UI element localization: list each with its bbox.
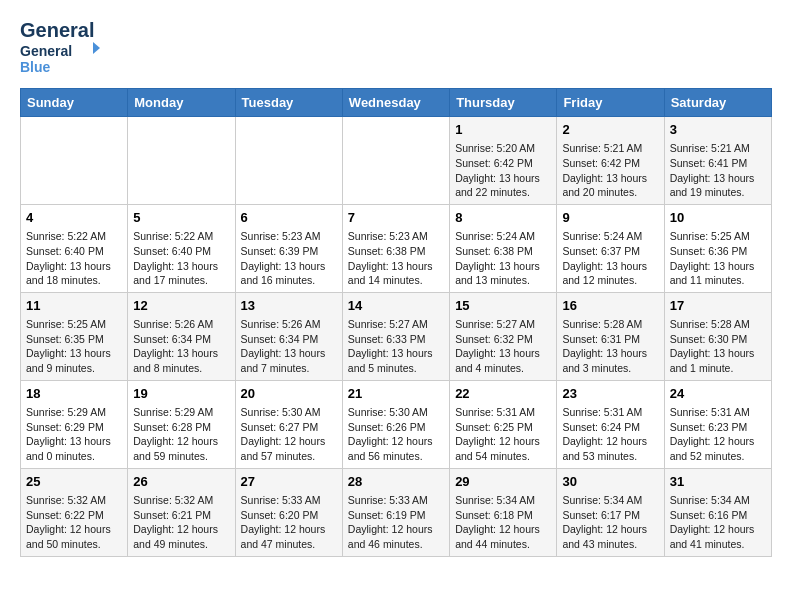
day-info: Sunrise: 5:24 AM Sunset: 6:38 PM Dayligh…	[455, 229, 551, 288]
calendar-cell: 2Sunrise: 5:21 AM Sunset: 6:42 PM Daylig…	[557, 117, 664, 205]
calendar-cell: 1Sunrise: 5:20 AM Sunset: 6:42 PM Daylig…	[450, 117, 557, 205]
day-info: Sunrise: 5:34 AM Sunset: 6:18 PM Dayligh…	[455, 493, 551, 552]
day-number: 27	[241, 473, 337, 491]
calendar-cell: 12Sunrise: 5:26 AM Sunset: 6:34 PM Dayli…	[128, 292, 235, 380]
day-number: 7	[348, 209, 444, 227]
calendar-week-5: 25Sunrise: 5:32 AM Sunset: 6:22 PM Dayli…	[21, 468, 772, 556]
calendar-cell	[21, 117, 128, 205]
day-number: 13	[241, 297, 337, 315]
calendar-cell: 9Sunrise: 5:24 AM Sunset: 6:37 PM Daylig…	[557, 204, 664, 292]
calendar-cell	[128, 117, 235, 205]
day-info: Sunrise: 5:30 AM Sunset: 6:26 PM Dayligh…	[348, 405, 444, 464]
calendar-cell: 21Sunrise: 5:30 AM Sunset: 6:26 PM Dayli…	[342, 380, 449, 468]
day-number: 20	[241, 385, 337, 403]
weekday-header-thursday: Thursday	[450, 89, 557, 117]
day-info: Sunrise: 5:33 AM Sunset: 6:19 PM Dayligh…	[348, 493, 444, 552]
day-info: Sunrise: 5:29 AM Sunset: 6:29 PM Dayligh…	[26, 405, 122, 464]
day-info: Sunrise: 5:25 AM Sunset: 6:36 PM Dayligh…	[670, 229, 766, 288]
day-info: Sunrise: 5:25 AM Sunset: 6:35 PM Dayligh…	[26, 317, 122, 376]
day-info: Sunrise: 5:30 AM Sunset: 6:27 PM Dayligh…	[241, 405, 337, 464]
day-number: 10	[670, 209, 766, 227]
day-info: Sunrise: 5:29 AM Sunset: 6:28 PM Dayligh…	[133, 405, 229, 464]
calendar-cell: 6Sunrise: 5:23 AM Sunset: 6:39 PM Daylig…	[235, 204, 342, 292]
logo-svg: General Blue	[20, 40, 100, 78]
calendar-week-3: 11Sunrise: 5:25 AM Sunset: 6:35 PM Dayli…	[21, 292, 772, 380]
day-info: Sunrise: 5:31 AM Sunset: 6:25 PM Dayligh…	[455, 405, 551, 464]
day-info: Sunrise: 5:33 AM Sunset: 6:20 PM Dayligh…	[241, 493, 337, 552]
day-number: 12	[133, 297, 229, 315]
page-header: General General Blue	[20, 20, 772, 78]
weekday-header-monday: Monday	[128, 89, 235, 117]
day-info: Sunrise: 5:26 AM Sunset: 6:34 PM Dayligh…	[241, 317, 337, 376]
day-number: 15	[455, 297, 551, 315]
calendar-cell: 5Sunrise: 5:22 AM Sunset: 6:40 PM Daylig…	[128, 204, 235, 292]
calendar-cell: 14Sunrise: 5:27 AM Sunset: 6:33 PM Dayli…	[342, 292, 449, 380]
day-info: Sunrise: 5:31 AM Sunset: 6:24 PM Dayligh…	[562, 405, 658, 464]
day-number: 26	[133, 473, 229, 491]
calendar-cell: 30Sunrise: 5:34 AM Sunset: 6:17 PM Dayli…	[557, 468, 664, 556]
weekday-header-friday: Friday	[557, 89, 664, 117]
day-number: 18	[26, 385, 122, 403]
day-info: Sunrise: 5:23 AM Sunset: 6:39 PM Dayligh…	[241, 229, 337, 288]
calendar-cell: 19Sunrise: 5:29 AM Sunset: 6:28 PM Dayli…	[128, 380, 235, 468]
day-number: 16	[562, 297, 658, 315]
calendar-cell	[235, 117, 342, 205]
calendar-week-1: 1Sunrise: 5:20 AM Sunset: 6:42 PM Daylig…	[21, 117, 772, 205]
day-info: Sunrise: 5:20 AM Sunset: 6:42 PM Dayligh…	[455, 141, 551, 200]
calendar-cell: 18Sunrise: 5:29 AM Sunset: 6:29 PM Dayli…	[21, 380, 128, 468]
day-number: 14	[348, 297, 444, 315]
day-number: 8	[455, 209, 551, 227]
calendar-cell: 17Sunrise: 5:28 AM Sunset: 6:30 PM Dayli…	[664, 292, 771, 380]
calendar-cell: 4Sunrise: 5:22 AM Sunset: 6:40 PM Daylig…	[21, 204, 128, 292]
day-info: Sunrise: 5:22 AM Sunset: 6:40 PM Dayligh…	[26, 229, 122, 288]
day-number: 29	[455, 473, 551, 491]
day-info: Sunrise: 5:21 AM Sunset: 6:42 PM Dayligh…	[562, 141, 658, 200]
weekday-header-sunday: Sunday	[21, 89, 128, 117]
day-number: 23	[562, 385, 658, 403]
day-number: 31	[670, 473, 766, 491]
weekday-header-row: SundayMondayTuesdayWednesdayThursdayFrid…	[21, 89, 772, 117]
day-info: Sunrise: 5:28 AM Sunset: 6:30 PM Dayligh…	[670, 317, 766, 376]
calendar-cell: 15Sunrise: 5:27 AM Sunset: 6:32 PM Dayli…	[450, 292, 557, 380]
day-number: 6	[241, 209, 337, 227]
day-info: Sunrise: 5:22 AM Sunset: 6:40 PM Dayligh…	[133, 229, 229, 288]
calendar-cell: 26Sunrise: 5:32 AM Sunset: 6:21 PM Dayli…	[128, 468, 235, 556]
calendar-cell: 11Sunrise: 5:25 AM Sunset: 6:35 PM Dayli…	[21, 292, 128, 380]
day-info: Sunrise: 5:34 AM Sunset: 6:17 PM Dayligh…	[562, 493, 658, 552]
day-number: 1	[455, 121, 551, 139]
calendar-table: SundayMondayTuesdayWednesdayThursdayFrid…	[20, 88, 772, 557]
calendar-cell: 3Sunrise: 5:21 AM Sunset: 6:41 PM Daylig…	[664, 117, 771, 205]
day-number: 24	[670, 385, 766, 403]
day-number: 4	[26, 209, 122, 227]
day-info: Sunrise: 5:31 AM Sunset: 6:23 PM Dayligh…	[670, 405, 766, 464]
calendar-cell: 22Sunrise: 5:31 AM Sunset: 6:25 PM Dayli…	[450, 380, 557, 468]
day-number: 3	[670, 121, 766, 139]
day-info: Sunrise: 5:27 AM Sunset: 6:32 PM Dayligh…	[455, 317, 551, 376]
day-number: 11	[26, 297, 122, 315]
calendar-cell: 31Sunrise: 5:34 AM Sunset: 6:16 PM Dayli…	[664, 468, 771, 556]
day-info: Sunrise: 5:23 AM Sunset: 6:38 PM Dayligh…	[348, 229, 444, 288]
calendar-cell: 23Sunrise: 5:31 AM Sunset: 6:24 PM Dayli…	[557, 380, 664, 468]
calendar-cell: 16Sunrise: 5:28 AM Sunset: 6:31 PM Dayli…	[557, 292, 664, 380]
calendar-cell: 10Sunrise: 5:25 AM Sunset: 6:36 PM Dayli…	[664, 204, 771, 292]
svg-text:Blue: Blue	[20, 59, 51, 75]
calendar-cell: 29Sunrise: 5:34 AM Sunset: 6:18 PM Dayli…	[450, 468, 557, 556]
calendar-cell: 8Sunrise: 5:24 AM Sunset: 6:38 PM Daylig…	[450, 204, 557, 292]
day-info: Sunrise: 5:32 AM Sunset: 6:21 PM Dayligh…	[133, 493, 229, 552]
logo: General General Blue	[20, 20, 100, 78]
day-info: Sunrise: 5:34 AM Sunset: 6:16 PM Dayligh…	[670, 493, 766, 552]
svg-marker-2	[93, 42, 100, 54]
calendar-week-2: 4Sunrise: 5:22 AM Sunset: 6:40 PM Daylig…	[21, 204, 772, 292]
svg-text:General: General	[20, 43, 72, 59]
day-info: Sunrise: 5:26 AM Sunset: 6:34 PM Dayligh…	[133, 317, 229, 376]
calendar-cell: 20Sunrise: 5:30 AM Sunset: 6:27 PM Dayli…	[235, 380, 342, 468]
calendar-cell: 25Sunrise: 5:32 AM Sunset: 6:22 PM Dayli…	[21, 468, 128, 556]
day-number: 21	[348, 385, 444, 403]
calendar-cell: 27Sunrise: 5:33 AM Sunset: 6:20 PM Dayli…	[235, 468, 342, 556]
day-number: 25	[26, 473, 122, 491]
day-info: Sunrise: 5:21 AM Sunset: 6:41 PM Dayligh…	[670, 141, 766, 200]
calendar-cell: 28Sunrise: 5:33 AM Sunset: 6:19 PM Dayli…	[342, 468, 449, 556]
day-number: 17	[670, 297, 766, 315]
day-info: Sunrise: 5:24 AM Sunset: 6:37 PM Dayligh…	[562, 229, 658, 288]
day-info: Sunrise: 5:27 AM Sunset: 6:33 PM Dayligh…	[348, 317, 444, 376]
